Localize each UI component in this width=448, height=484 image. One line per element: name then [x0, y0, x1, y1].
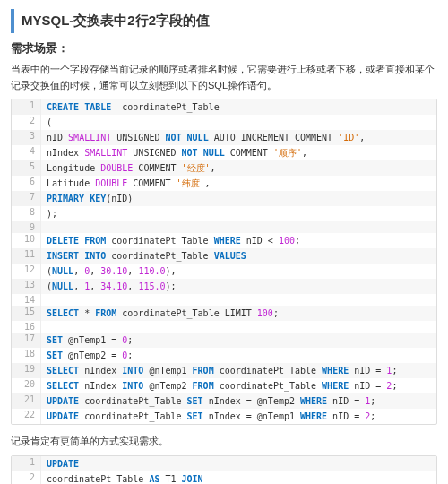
- line-number: 7: [12, 191, 41, 206]
- line-number: 17: [12, 333, 41, 348]
- line-number: 20: [12, 378, 41, 393]
- middle-paragraph: 记录肯定有更简单的方式实现需求。: [11, 434, 437, 450]
- code-line: 1UPDATE: [12, 456, 436, 471]
- code-content: SET @nTemp2 = 0;: [41, 348, 436, 363]
- code-content: );: [41, 206, 436, 221]
- code-content: nID SMALLINT UNSIGNED NOT NULL AUTO_INCR…: [41, 130, 436, 145]
- line-number: 1: [12, 99, 41, 115]
- code-content: SELECT nIndex INTO @nTemp2 FROM coordina…: [41, 378, 436, 393]
- code-content: SET @nTemp1 = 0;: [41, 333, 436, 348]
- code-content: PRIMARY KEY(nID): [41, 191, 436, 206]
- code-line: 13(NULL, 1, 34.10, 115.0);: [12, 279, 436, 294]
- code-content: SELECT nIndex INTO @nTemp1 FROM coordina…: [41, 363, 436, 378]
- code-line: 7PRIMARY KEY(nID): [12, 191, 436, 206]
- code-content: UPDATE: [41, 456, 436, 471]
- line-number: 2: [12, 115, 41, 130]
- line-number: 11: [12, 248, 41, 264]
- line-number: 6: [12, 176, 41, 191]
- code-line: 1CREATE TABLE coordinatePt_Table: [12, 99, 436, 115]
- line-number: 16: [12, 321, 41, 333]
- code-content: [41, 321, 436, 333]
- code-content: CREATE TABLE coordinatePt_Table: [41, 99, 436, 115]
- line-number: 13: [12, 279, 41, 294]
- line-number: 22: [12, 409, 41, 424]
- code-line: 21UPDATE coordinatePt_Table SET nIndex =…: [12, 393, 436, 409]
- code-line: 15SELECT * FROM coordinatePt_Table LIMIT…: [12, 306, 436, 321]
- line-number: 4: [12, 145, 41, 160]
- code-line: 14: [12, 294, 436, 306]
- code-content: [41, 294, 436, 306]
- code-content: Longitude DOUBLE COMMENT '经度',: [41, 160, 436, 176]
- line-number: 14: [12, 294, 41, 306]
- code-line: 9: [12, 221, 436, 233]
- code-content: (NULL, 0, 30.10, 110.0),: [41, 264, 436, 279]
- code-content: UPDATE coordinatePt_Table SET nIndex = @…: [41, 409, 436, 424]
- code-content: (NULL, 1, 34.10, 115.0);: [41, 279, 436, 294]
- code-content: (: [41, 115, 436, 130]
- line-number: 12: [12, 264, 41, 279]
- code-line: 5Longitude DOUBLE COMMENT '经度',: [12, 160, 436, 176]
- code-line: 22UPDATE coordinatePt_Table SET nIndex =…: [12, 409, 436, 424]
- code-line: 4nIndex SMALLINT UNSIGNED NOT NULL COMME…: [12, 145, 436, 160]
- code-line: 2(: [12, 115, 436, 130]
- code-content: coordinatePt_Table AS T1 JOIN: [41, 471, 436, 484]
- code-line: 17SET @nTemp1 = 0;: [12, 333, 436, 348]
- code-line: 11INSERT INTO coordinatePt_Table VALUES: [12, 248, 436, 264]
- code-block-1: 1CREATE TABLE coordinatePt_Table2(3nID S…: [11, 99, 437, 425]
- code-block-2: 1UPDATE2coordinatePt_Table AS T1 JOIN3co…: [11, 455, 437, 484]
- code-line: 2coordinatePt_Table AS T1 JOIN: [12, 471, 436, 484]
- code-line: 3nID SMALLINT UNSIGNED NOT NULL AUTO_INC…: [12, 130, 436, 145]
- page-title: MYSQL-交换表中2行2字段的值: [11, 9, 437, 33]
- line-number: 2: [12, 471, 41, 484]
- line-number: 5: [12, 160, 41, 176]
- line-number: 19: [12, 363, 41, 378]
- code-content: DELETE FROM coordinatePt_Table WHERE nID…: [41, 233, 436, 248]
- scenario-heading: 需求场景：: [11, 40, 437, 56]
- line-number: 1: [12, 456, 41, 471]
- code-line: 16: [12, 321, 436, 333]
- line-number: 10: [12, 233, 41, 248]
- code-content: Latitude DOUBLE COMMENT '纬度',: [41, 176, 436, 191]
- code-content: INSERT INTO coordinatePt_Table VALUES: [41, 248, 436, 264]
- code-line: 19SELECT nIndex INTO @nTemp1 FROM coordi…: [12, 363, 436, 378]
- line-number: 18: [12, 348, 41, 363]
- code-line: 8);: [12, 206, 436, 221]
- line-number: 21: [12, 393, 41, 409]
- scenario-paragraph: 当表中的一个字段存储当前记录的顺序或者排名时候，它需要进行上移或者下移，或者直接…: [11, 62, 437, 93]
- code-line: 6Latitude DOUBLE COMMENT '纬度',: [12, 176, 436, 191]
- code-content: SELECT * FROM coordinatePt_Table LIMIT 1…: [41, 306, 436, 321]
- line-number: 15: [12, 306, 41, 321]
- code-line: 10DELETE FROM coordinatePt_Table WHERE n…: [12, 233, 436, 248]
- code-content: nIndex SMALLINT UNSIGNED NOT NULL COMMEN…: [41, 145, 436, 160]
- line-number: 8: [12, 206, 41, 221]
- line-number: 3: [12, 130, 41, 145]
- code-content: UPDATE coordinatePt_Table SET nIndex = @…: [41, 393, 436, 409]
- code-line: 12(NULL, 0, 30.10, 110.0),: [12, 264, 436, 279]
- line-number: 9: [12, 221, 41, 233]
- code-content: [41, 221, 436, 233]
- code-line: 20SELECT nIndex INTO @nTemp2 FROM coordi…: [12, 378, 436, 393]
- code-line: 18SET @nTemp2 = 0;: [12, 348, 436, 363]
